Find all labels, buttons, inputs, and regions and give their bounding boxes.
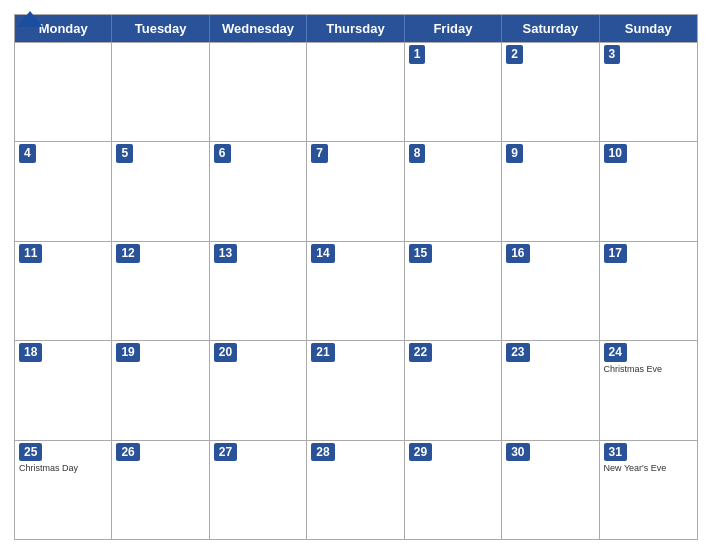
day-number: 12: [116, 244, 139, 263]
calendar-day: 12: [112, 241, 209, 340]
day-event: New Year's Eve: [604, 463, 693, 474]
calendar-day: 4: [15, 141, 112, 240]
day-number: 15: [409, 244, 432, 263]
calendar-day: 22: [405, 340, 502, 439]
day-number: 18: [19, 343, 42, 362]
day-number: 23: [506, 343, 529, 362]
svg-marker-0: [17, 11, 43, 27]
calendar-day: 7: [307, 141, 404, 240]
logo: [14, 10, 44, 28]
col-header-wednesday: Wednesday: [210, 15, 307, 42]
calendar-day: 5: [112, 141, 209, 240]
day-number: 7: [311, 144, 328, 163]
calendar-week-4: 18192021222324Christmas Eve: [15, 340, 697, 439]
day-number: 30: [506, 443, 529, 462]
day-number: 9: [506, 144, 523, 163]
col-header-thursday: Thursday: [307, 15, 404, 42]
day-number: 1: [409, 45, 426, 64]
logo-icon: [16, 10, 44, 28]
calendar-day: 19: [112, 340, 209, 439]
calendar-day: 2: [502, 42, 599, 141]
calendar-day: 16: [502, 241, 599, 340]
calendar-day: 25Christmas Day: [15, 440, 112, 539]
day-number: 19: [116, 343, 139, 362]
calendar-day: 27: [210, 440, 307, 539]
day-number: 16: [506, 244, 529, 263]
calendar-week-2: 45678910: [15, 141, 697, 240]
col-header-sunday: Sunday: [600, 15, 697, 42]
calendar-day: [210, 42, 307, 141]
calendar-day: 30: [502, 440, 599, 539]
day-number: 3: [604, 45, 621, 64]
day-event: Christmas Eve: [604, 364, 693, 375]
calendar-day: 9: [502, 141, 599, 240]
calendar-day: 14: [307, 241, 404, 340]
calendar-day: 6: [210, 141, 307, 240]
calendar-day: 24Christmas Eve: [600, 340, 697, 439]
day-number: 20: [214, 343, 237, 362]
calendar-day: [15, 42, 112, 141]
day-number: 13: [214, 244, 237, 263]
day-number: 4: [19, 144, 36, 163]
calendar-page: Monday Tuesday Wednesday Thursday Friday…: [0, 0, 712, 550]
day-number: 5: [116, 144, 133, 163]
calendar-body: 123456789101112131415161718192021222324C…: [15, 42, 697, 539]
calendar-day: [112, 42, 209, 141]
day-number: 25: [19, 443, 42, 462]
calendar-day: 23: [502, 340, 599, 439]
day-number: 2: [506, 45, 523, 64]
calendar-week-3: 11121314151617: [15, 241, 697, 340]
day-number: 22: [409, 343, 432, 362]
calendar-day: 3: [600, 42, 697, 141]
day-number: 14: [311, 244, 334, 263]
day-number: 10: [604, 144, 627, 163]
calendar-day: 28: [307, 440, 404, 539]
day-number: 24: [604, 343, 627, 362]
col-header-tuesday: Tuesday: [112, 15, 209, 42]
calendar-day: 15: [405, 241, 502, 340]
calendar-day: 8: [405, 141, 502, 240]
day-number: 27: [214, 443, 237, 462]
day-number: 6: [214, 144, 231, 163]
calendar-day: 17: [600, 241, 697, 340]
day-number: 8: [409, 144, 426, 163]
calendar-day: 31New Year's Eve: [600, 440, 697, 539]
day-number: 26: [116, 443, 139, 462]
calendar-day: 13: [210, 241, 307, 340]
calendar-day: 29: [405, 440, 502, 539]
day-number: 31: [604, 443, 627, 462]
calendar-day: 18: [15, 340, 112, 439]
calendar-day: 21: [307, 340, 404, 439]
calendar-week-5: 25Christmas Day262728293031New Year's Ev…: [15, 440, 697, 539]
calendar-day: [307, 42, 404, 141]
calendar-day: 1: [405, 42, 502, 141]
calendar-day: 26: [112, 440, 209, 539]
calendar-week-1: 123: [15, 42, 697, 141]
day-number: 29: [409, 443, 432, 462]
calendar-header-row: Monday Tuesday Wednesday Thursday Friday…: [15, 15, 697, 42]
calendar-day: 20: [210, 340, 307, 439]
calendar-day: 11: [15, 241, 112, 340]
day-number: 28: [311, 443, 334, 462]
day-number: 11: [19, 244, 42, 263]
day-number: 21: [311, 343, 334, 362]
day-event: Christmas Day: [19, 463, 107, 474]
col-header-saturday: Saturday: [502, 15, 599, 42]
calendar-day: 10: [600, 141, 697, 240]
day-number: 17: [604, 244, 627, 263]
calendar-grid: Monday Tuesday Wednesday Thursday Friday…: [14, 14, 698, 540]
col-header-friday: Friday: [405, 15, 502, 42]
